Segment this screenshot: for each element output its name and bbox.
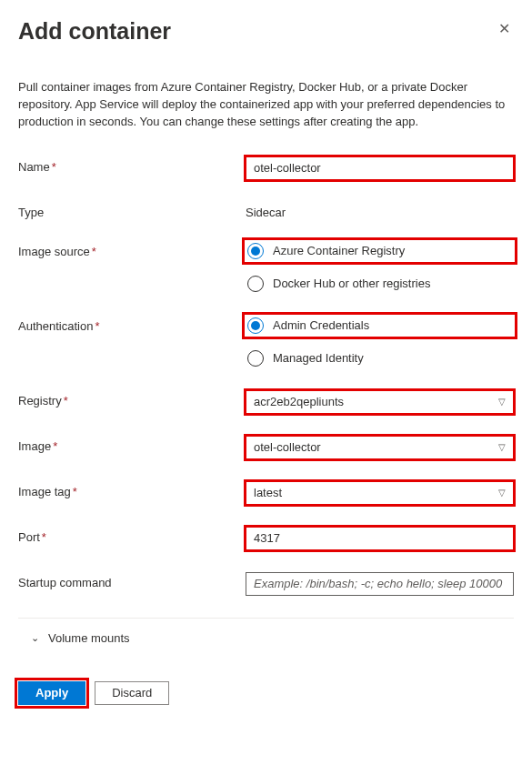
radio-auth-admin[interactable]: Admin Credentials [246,316,514,336]
radio-icon [247,350,264,367]
required-marker: * [73,485,77,498]
required-marker: * [95,319,99,333]
close-button[interactable]: ✕ [495,18,514,40]
footer-actions: Apply Discard [18,681,514,705]
port-input[interactable] [246,527,514,550]
required-marker: * [42,530,46,544]
radio-image-source-acr[interactable]: Azure Container Registry [246,241,514,261]
name-input[interactable] [246,156,514,180]
label-image-source: Image source* [18,241,246,258]
field-row-type: Type Sidecar [18,202,514,219]
label-registry: Registry* [18,390,246,408]
field-row-registry: Registry* acr2eb2qepliunts ▽ [18,390,514,414]
radio-icon [247,276,264,292]
type-value: Sidecar [246,202,514,219]
label-type: Type [18,202,246,219]
panel-description: Pull container images from Azure Contain… [18,79,514,131]
label-startup-command: Startup command [18,572,246,589]
panel-title: Add container [18,18,171,45]
field-row-port: Port* [18,527,514,550]
radio-auth-managed[interactable]: Managed Identity [246,348,514,368]
radio-icon [247,317,264,334]
authentication-radio-group: Admin Credentials Managed Identity [246,316,514,368]
label-image-tag: Image tag* [18,481,246,498]
field-row-image-tag: Image tag* latest ▽ [18,481,514,505]
discard-button[interactable]: Discard [95,681,169,705]
close-icon: ✕ [498,21,510,36]
field-row-authentication: Authentication* Admin Credentials Manage… [18,316,514,368]
required-marker: * [92,245,96,258]
required-marker: * [64,394,68,408]
label-name: Name* [18,156,246,174]
chevron-down-icon: ▽ [498,488,506,498]
chevron-down-icon: ▽ [498,397,506,407]
image-tag-select[interactable]: latest ▽ [246,481,514,505]
image-select[interactable]: otel-collector ▽ [246,436,514,459]
radio-icon [247,243,264,259]
divider [18,618,514,619]
chevron-down-icon: ⌄ [31,632,39,644]
label-port: Port* [18,527,246,544]
startup-command-input[interactable] [246,572,514,596]
registry-select[interactable]: acr2eb2qepliunts ▽ [246,390,514,414]
chevron-down-icon: ▽ [498,442,506,452]
volume-mounts-label: Volume mounts [48,631,130,645]
label-authentication: Authentication* [18,316,246,333]
image-source-radio-group: Azure Container Registry Docker Hub or o… [246,241,514,294]
field-row-image: Image* otel-collector ▽ [18,436,514,459]
volume-mounts-toggle[interactable]: ⌄ Volume mounts [18,631,514,645]
panel-header: Add container ✕ [18,18,514,45]
required-marker: * [52,160,56,174]
field-row-name: Name* [18,156,514,180]
radio-image-source-docker[interactable]: Docker Hub or other registries [246,274,514,294]
field-row-image-source: Image source* Azure Container Registry D… [18,241,514,294]
required-marker: * [53,439,57,453]
label-image: Image* [18,436,246,453]
apply-button[interactable]: Apply [18,681,85,705]
field-row-startup-command: Startup command [18,572,514,596]
